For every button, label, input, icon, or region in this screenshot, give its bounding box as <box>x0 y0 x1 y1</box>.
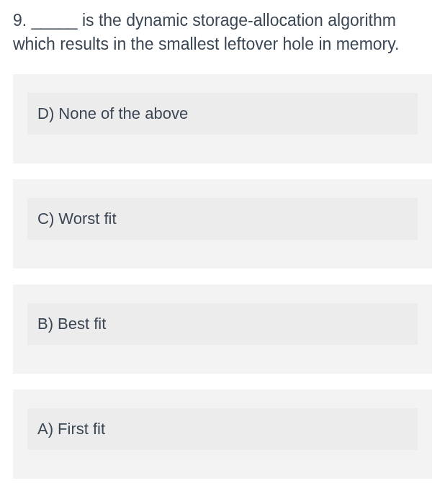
option-label: C) Worst fit <box>27 198 418 240</box>
options-list: D) None of the above C) Worst fit B) Bes… <box>13 74 432 479</box>
option-d[interactable]: D) None of the above <box>13 74 432 163</box>
option-label: A) First fit <box>27 408 418 450</box>
option-b[interactable]: B) Best fit <box>13 284 432 374</box>
option-label: D) None of the above <box>27 93 418 135</box>
option-c[interactable]: C) Worst fit <box>13 179 432 269</box>
question-number: 9. <box>13 11 27 30</box>
option-label: B) Best fit <box>27 303 418 345</box>
question-text: 9. _____ is the dynamic storage-allocati… <box>13 9 432 57</box>
option-a[interactable]: A) First fit <box>13 390 432 479</box>
question-body: _____ is the dynamic storage-allocation … <box>13 11 399 53</box>
